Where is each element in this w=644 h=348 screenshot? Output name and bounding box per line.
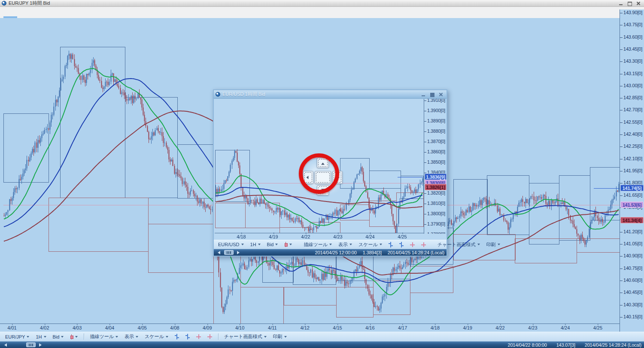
view-dropdown[interactable]: 表示 [122, 333, 141, 341]
scroll-right-button[interactable] [37, 342, 43, 347]
cross-icon [196, 334, 201, 339]
side-dropdown[interactable]: Bid [50, 333, 67, 340]
eurjpy-price-axis[interactable]: 143.90[0]143.75[0]143.60[0]143.45[0]143.… [620, 9, 644, 332]
hlc-bar-style-button[interactable] [397, 241, 407, 248]
timeframe-dropdown[interactable]: 1H [248, 241, 264, 248]
screen-layout-dropdown[interactable]: チャート画面様式 [435, 241, 483, 249]
draw-tools-dropdown[interactable]: 描線ツール [301, 241, 335, 249]
candle-style-button[interactable] [407, 241, 418, 248]
date-tick-label: 4/03 [73, 325, 82, 330]
close-button[interactable] [636, 1, 641, 6]
chevron-down-icon [329, 244, 332, 245]
price-tick-label: 141.20[0] [623, 229, 642, 234]
chevron-down-icon [275, 244, 278, 245]
eurjpy-statusbar: 2014/04/22 8:00:00 143.07[3] 2014/04/25 … [0, 342, 644, 348]
price-tick-label: 141.95[0] [623, 168, 642, 173]
bar-icon [399, 242, 404, 247]
price-tick-label: 142.40[0] [623, 131, 642, 137]
timeframe-dropdown[interactable]: 1H [33, 333, 49, 340]
candle-icon [284, 242, 288, 247]
mid-price-badge: 141.53[6] [620, 201, 644, 208]
bar-icon [389, 242, 393, 247]
price-tick-label: 143.45[0] [623, 46, 642, 52]
eurjpy-time-axis[interactable]: 4/014/024/034/044/054/084/094/104/114/12… [0, 324, 620, 332]
price-tick-label: 1.3860[0] [427, 149, 445, 154]
side-dropdown[interactable]: Bid [264, 241, 281, 248]
line-style-button[interactable] [205, 333, 215, 340]
date-tick-label: 4/09 [203, 325, 212, 330]
toolbar-separator [218, 333, 219, 340]
maximize-button[interactable] [430, 92, 434, 97]
scroll-left-button[interactable] [3, 342, 8, 347]
bar-price: 1.3894[3] [363, 250, 382, 255]
app-icon [216, 92, 220, 97]
price-tick-label: 1.3780[0] [427, 232, 445, 234]
minimize-button[interactable] [619, 1, 623, 6]
date-tick-label: 4/04 [105, 325, 114, 330]
draw-tools-dropdown[interactable]: 描線ツール [87, 333, 121, 341]
local-time: 2014/04/25 14:28:24 (Local) [388, 250, 444, 255]
screen-layout-dropdown[interactable]: チャート画面様式 [222, 333, 270, 341]
scroll-mode-button[interactable] [224, 250, 234, 255]
price-tick-label: 1.3820[0] [427, 190, 445, 195]
maximize-button[interactable] [627, 1, 632, 6]
symbol-dropdown[interactable]: EUR/JPY [3, 333, 32, 340]
date-tick-label: 4/11 [268, 325, 277, 330]
chevron-down-icon [258, 244, 261, 245]
price-tick-label: 143.00[0] [623, 83, 642, 88]
eurusd-titlebar[interactable]: EUR/USD 1時間 Bid [214, 90, 447, 99]
chevron-down-icon [284, 336, 287, 338]
date-tick-label: 4/25 [593, 325, 602, 330]
scale-dropdown[interactable]: スケール [356, 241, 385, 249]
date-tick-label: 4/12 [300, 325, 309, 330]
ohlc-bar-style-button[interactable] [172, 333, 182, 340]
chevron-down-icon [27, 336, 29, 338]
scroll-right-button[interactable] [235, 250, 241, 255]
date-tick-label: 4/15 [333, 325, 342, 330]
candle-style-button[interactable] [194, 333, 204, 340]
eurusd-window-title: EUR/USD 1時間 Bid [222, 91, 265, 98]
eurusd-price-axis[interactable]: 1.3910[0]1.3900[0]1.3890[0]1.3880[0]1.38… [424, 99, 447, 234]
view-dropdown[interactable]: 表示 [336, 241, 355, 249]
hlc-bar-style-button[interactable] [183, 333, 193, 340]
toolbar-label: Bid [267, 242, 274, 247]
print-dropdown[interactable]: 印刷 [484, 241, 503, 249]
chevron-down-icon [380, 244, 382, 245]
annotation-circle [299, 153, 339, 194]
toolbar-label: EUR/JPY [5, 334, 25, 339]
scroll-mode-button[interactable] [26, 342, 36, 347]
eurusd-time-axis[interactable]: 4/184/194/224/234/244/25 [215, 233, 424, 240]
price-tick-label: 1.3810[0] [427, 201, 445, 206]
date-tick-label: 4/16 [365, 325, 374, 330]
eurusd-window[interactable]: EUR/USD 1時間 Bid 1.3910[0]1.3900[0]1.3890… [213, 89, 447, 256]
symbol-dropdown[interactable]: EUR/USD [216, 241, 247, 248]
toolbar-label: 印刷 [273, 333, 283, 340]
chart-type-dropdown[interactable] [67, 333, 81, 340]
ohlc-bar-style-button[interactable] [386, 241, 396, 248]
print-dropdown[interactable]: 印刷 [270, 333, 290, 341]
scroll-nav [3, 342, 43, 347]
price-tick-label: 1.3910[0] [427, 99, 445, 103]
scale-dropdown[interactable]: スケール [142, 333, 171, 341]
price-tick-label: 140.75[0] [623, 266, 642, 271]
date-tick-label: 4/19 [463, 325, 472, 330]
close-button[interactable] [438, 92, 443, 97]
minimize-button[interactable] [421, 92, 426, 97]
price-tick-label: 142.25[0] [623, 143, 642, 149]
toolbar-label: チャート画面様式 [437, 241, 476, 248]
bid-price-badge: 141.74[5] [620, 185, 644, 191]
price-tick-label: 143.75[0] [623, 22, 642, 27]
price-tick-label: 142.10[0] [623, 156, 642, 161]
cross-icon [410, 242, 415, 247]
bar-time: 2014/04/25 12:00:00 [315, 250, 357, 255]
toolbar-label: 表示 [338, 241, 348, 248]
toolbar-label: 描線ツール [90, 333, 114, 340]
scroll-left-button[interactable] [216, 250, 222, 255]
price-tick-label: 143.90[0] [623, 10, 642, 15]
chart-type-dropdown[interactable] [282, 241, 295, 248]
date-tick-label: 4/18 [431, 325, 440, 330]
chevron-down-icon [44, 336, 46, 338]
toolbar-label: 印刷 [486, 241, 496, 248]
toolbar-label: 1H [250, 242, 256, 247]
line-style-button[interactable] [419, 241, 429, 248]
